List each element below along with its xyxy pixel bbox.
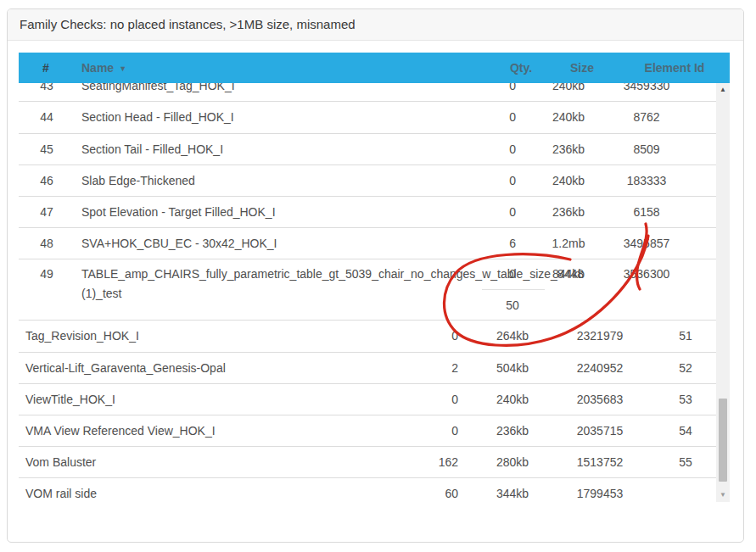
row-number-cell: 47 — [40, 197, 53, 227]
row-qty-cell: 6 — [509, 228, 516, 259]
row-size-cell: 236kb — [552, 134, 585, 164]
row-number-cell: 52 — [679, 353, 692, 383]
orphan-row-number: 50 — [506, 296, 519, 315]
row-element-id-cell: 2240952 — [577, 353, 624, 383]
row-size-cell: 240kb — [496, 384, 529, 415]
row-element-id-cell: 1799453 — [577, 478, 624, 510]
row-name-wrap-cell: (1)_test — [81, 283, 121, 304]
table-row-shifted[interactable]: Vertical-Lift_Garaventa_Genesis-Opal2504… — [19, 353, 717, 384]
row-size-cell: 344kb — [496, 478, 529, 510]
row-name-cell: VOM rail side — [25, 478, 97, 510]
row-qty-cell: 60 — [445, 478, 458, 510]
table-row[interactable]: 47Spot Elevation - Target Filled_HOK_I02… — [19, 197, 717, 228]
row-qty-overlap-cell: 0 — [509, 259, 516, 289]
row-qty-cell: 0 — [451, 384, 458, 415]
row-qty-cell: 0 — [509, 83, 516, 101]
row-element-id-cell: 8762 — [633, 102, 659, 133]
row-number-cell: 55 — [679, 447, 692, 477]
row-name-cell: Spot Elevation - Target Filled_HOK_I — [81, 197, 276, 227]
row-size-cell: 236kb — [496, 415, 529, 446]
row-name-cell: Slab Edge-Thickened — [81, 165, 195, 196]
row-element-id-cell: 183333 — [627, 165, 667, 196]
row-size-cell: 240kb — [552, 102, 585, 133]
table-row-shifted[interactable]: VOM rail side60344kb1799453 — [19, 478, 717, 510]
row-name-cell: ViewTitle_HOK_I — [25, 384, 115, 415]
row-element-id-cell: 3459330 — [624, 83, 670, 101]
row-size-overlap-cell: 844kb — [552, 259, 585, 289]
table-body[interactable]: 43SeatingManifest_Tag_HOK_I0240kb3459330… — [19, 83, 717, 510]
row-qty-cell: 162 — [439, 447, 458, 477]
vertical-scrollbar[interactable]: ▲ ▼ — [716, 83, 730, 502]
stray-cell-border — [482, 289, 545, 290]
table-row-shifted[interactable]: Tag_Revision_HOK_I0264kb232197951 — [19, 321, 717, 353]
row-element-id-cell: 3536300 — [624, 259, 670, 289]
row-element-id-cell: 6158 — [633, 197, 659, 227]
scrollbar-thumb[interactable] — [719, 399, 727, 482]
table-row-broken[interactable]: 49TABLE_amp_CHAIRS_fully_parametric_tabl… — [19, 259, 717, 321]
row-name-cell: SeatingManifest_Tag_HOK_I — [81, 83, 235, 101]
column-header-qty[interactable]: Qty. — [510, 53, 532, 83]
row-element-id-cell: 2035683 — [577, 384, 624, 415]
table-row[interactable]: 44Section Head - Filled_HOK_I0240kb8762 — [19, 102, 717, 134]
row-number-cell: 49 — [40, 259, 53, 289]
table-row[interactable]: 43SeatingManifest_Tag_HOK_I0240kb3459330 — [19, 83, 717, 102]
table-row-shifted[interactable]: VMA View Referenced View_HOK_I0236kb2035… — [19, 415, 717, 447]
table-row[interactable]: 48SVA+HOK_CBU_EC - 30x42_HOK_I61.2mb3495… — [19, 228, 717, 259]
row-number-cell: 45 — [40, 134, 53, 164]
table-header: # Name▼ Qty. Size Element Id — [19, 53, 730, 83]
column-header-size[interactable]: Size — [570, 53, 594, 83]
row-element-id-cell: 3495857 — [624, 228, 670, 259]
row-qty-cell: 0 — [451, 415, 458, 446]
sort-desc-icon: ▼ — [119, 53, 126, 84]
row-name-cell: Section Head - Filled_HOK_I — [81, 102, 234, 133]
row-number-cell: 44 — [40, 102, 53, 133]
row-qty-cell: 0 — [451, 321, 458, 352]
row-number-cell: 48 — [40, 228, 53, 259]
row-element-id-cell: 1513752 — [577, 447, 624, 477]
row-name-cell: VMA View Referenced View_HOK_I — [25, 415, 216, 446]
row-size-cell: 1.2mb — [552, 228, 585, 259]
row-name-cell: Vom Baluster — [25, 447, 96, 477]
column-header-name[interactable]: Name▼ — [81, 53, 126, 83]
row-size-cell: 236kb — [552, 197, 585, 227]
row-number-cell: 46 — [40, 165, 53, 196]
column-header-name-label: Name — [81, 61, 114, 75]
row-qty-cell: 0 — [509, 197, 516, 227]
column-header-number[interactable]: # — [42, 53, 49, 83]
row-size-cell: 504kb — [496, 353, 529, 383]
row-name-cell: Vertical-Lift_Garaventa_Genesis-Opal — [25, 353, 226, 383]
row-number-cell: 54 — [679, 415, 692, 446]
table-row-shifted[interactable]: Vom Baluster162280kb151375255 — [19, 447, 717, 478]
row-number-cell: 51 — [679, 321, 692, 352]
row-qty-cell: 0 — [509, 102, 516, 133]
row-qty-cell: 0 — [509, 165, 516, 196]
row-number-cell: 43 — [40, 83, 53, 101]
row-name-cell: SVA+HOK_CBU_EC - 30x42_HOK_I — [81, 228, 277, 259]
table-row[interactable]: 46Slab Edge-Thickened0240kb183333 — [19, 165, 717, 197]
row-element-id-cell: 2321979 — [577, 321, 624, 352]
column-header-element-id[interactable]: Element Id — [645, 53, 705, 83]
row-size-cell: 280kb — [496, 447, 529, 477]
row-qty-cell: 0 — [509, 134, 516, 164]
row-size-cell: 240kb — [552, 165, 585, 196]
row-name-cell: Section Tail - Filled_HOK_I — [81, 134, 223, 164]
panel-title: Family Checks: no placed instances, >1MB… — [20, 9, 356, 40]
row-element-id-cell: 8509 — [633, 134, 659, 164]
scroll-down-icon[interactable]: ▼ — [716, 488, 730, 502]
row-size-cell: 264kb — [496, 321, 529, 352]
table-row-shifted[interactable]: ViewTitle_HOK_I0240kb203568353 — [19, 384, 717, 416]
row-qty-cell: 2 — [451, 353, 458, 383]
table-row[interactable]: 45Section Tail - Filled_HOK_I0236kb8509 — [19, 134, 717, 165]
row-number-cell: 53 — [679, 384, 692, 415]
row-element-id-cell: 2035715 — [577, 415, 624, 446]
scroll-up-icon[interactable]: ▲ — [716, 83, 730, 97]
broken-row-line1: 49TABLE_amp_CHAIRS_fully_parametric_tabl… — [19, 259, 717, 289]
row-size-cell: 240kb — [552, 83, 585, 101]
row-name-cell: Tag_Revision_HOK_I — [25, 321, 139, 352]
row-name-cell: TABLE_amp_CHAIRS_fully_parametric_table_… — [81, 259, 584, 289]
